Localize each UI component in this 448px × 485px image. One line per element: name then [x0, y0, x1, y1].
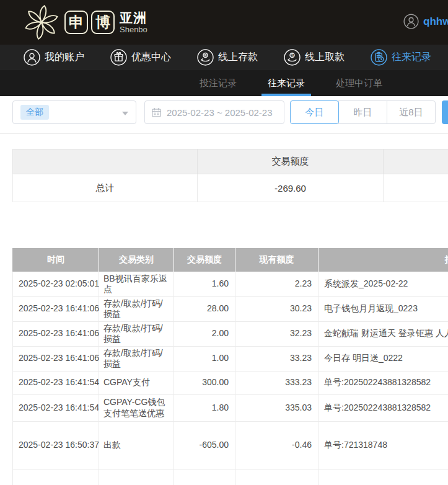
table-cell: BB视讯百家乐返点 — [99, 272, 174, 296]
table-cell: 金蛇献瑞 财运通天 登录钜惠 人人皆享 — [318, 321, 448, 346]
table-row: 2025-02-23 16:41:06存款/取款/打码/损益28.0030.23… — [13, 296, 448, 321]
today-button[interactable]: 今日 — [290, 100, 339, 124]
type-filter-chip[interactable]: 全部 — [20, 105, 49, 120]
table-cell: 2025-02-23 16:41:54 — [13, 371, 99, 394]
withdraw-hand-coin-icon: $ — [284, 49, 301, 66]
username-text[interactable]: qhhw — [423, 16, 448, 28]
tab-pending-orders[interactable]: 处理中订单 — [335, 70, 384, 96]
table-cell: 2025-02-23 16:50:37 — [13, 469, 99, 485]
table-cell: 335.03 — [235, 394, 318, 421]
record-tabs: 投注记录 往来记录 处理中订单 — [0, 70, 448, 96]
tab-transaction-records[interactable]: 往来记录 — [266, 70, 306, 96]
column-header-type: 交易类别 — [99, 248, 174, 272]
flower-logo-icon — [22, 3, 61, 42]
table-cell: 2025-02-23 02:05:01 — [13, 272, 99, 296]
records-clipboard-clock-icon — [371, 49, 387, 66]
table-cell: 出款 — [99, 421, 174, 469]
nav-label: 往来记录 — [392, 51, 431, 64]
column-header-time: 时间 — [13, 248, 99, 272]
table-cell: -0.46 — [235, 421, 318, 469]
table-cell: 300.00 — [174, 371, 235, 394]
table-cell: 30.23 — [235, 296, 318, 321]
deposit-hand-coin-icon — [197, 49, 214, 66]
user-icon — [24, 49, 40, 66]
nav-label: 线上存款 — [218, 51, 258, 64]
table-cell: 32.23 — [235, 321, 318, 346]
table-row: 2025-02-23 16:41:54CGPAY-CG钱包支付笔笔送优惠1.80… — [13, 394, 448, 421]
logo-region-text: 亚洲 — [120, 11, 147, 24]
table-cell: 333.23 — [235, 371, 318, 394]
nav-item-my-account[interactable]: 我的账户 — [24, 49, 84, 66]
type-filter-select[interactable]: 全部 — [12, 100, 136, 124]
summary-header-empty — [13, 149, 198, 174]
table-cell: 2025-02-23 16:41:54 — [13, 394, 99, 421]
table-cell: CGPAY支付 — [99, 371, 174, 394]
table-cell: 28.00 — [174, 296, 235, 321]
transactions-table-header: 时间 交易类别 交易额度 现有额度 摘要 — [13, 248, 448, 272]
summary-empty-cell — [384, 174, 448, 202]
summary-table: 交易额度 总计 -269.60 — [12, 149, 448, 202]
date-range-input[interactable]: 2025-02-23 ~ 2025-02-23 — [144, 100, 284, 124]
last-8-days-button[interactable]: 近8日 — [387, 100, 436, 124]
summary-total-row: 总计 -269.60 — [13, 174, 448, 202]
tab-label: 投注记录 — [200, 78, 237, 89]
table-row: 2025-02-23 16:41:06存款/取款/打码/损益2.0032.23金… — [13, 321, 448, 346]
table-cell: 系统派发_2025-02-22 — [318, 272, 448, 296]
table-cell: 2025-02-23 16:50:37 — [13, 421, 99, 469]
brand-logo[interactable]: 申 博 亚洲 Shenbo — [22, 3, 147, 42]
table-row: 2025-02-23 16:50:37出款-605.00-0.46单号:7213… — [13, 421, 448, 469]
top-header: 申 博 亚洲 Shenbo qhhw — [0, 0, 448, 45]
table-cell: 今日存 明日送_0222 — [318, 346, 448, 371]
table-cell: -605.00 — [174, 421, 235, 469]
transactions-table: 时间 交易类别 交易额度 现有额度 摘要 2025-02-23 02:05:01… — [12, 248, 448, 485]
table-cell: 单号:202502243881328582 — [318, 371, 448, 394]
table-cell: 单号:202502243881328582 — [318, 394, 448, 421]
summary-total-value: -269.60 — [198, 174, 384, 202]
table-cell: 电子钱包月月返现_0223 — [318, 296, 448, 321]
date-range-value: 2025-02-23 ~ 2025-02-23 — [167, 107, 273, 118]
avatar-icon — [403, 14, 419, 29]
column-header-amount: 交易额度 — [174, 248, 235, 272]
logo-char-shen: 申 — [64, 11, 88, 34]
table-cell: 0.53 — [235, 469, 318, 485]
table-cell: 2025-02-23 16:41:06 — [13, 346, 99, 371]
tab-betting-records[interactable]: 投注记录 — [198, 70, 238, 96]
table-cell: 2.23 — [235, 272, 318, 296]
tab-label: 处理中订单 — [336, 78, 382, 89]
nav-item-promotions[interactable]: 优惠中心 — [110, 49, 171, 66]
section-divider — [0, 133, 448, 134]
transactions-table-body: 2025-02-23 02:05:01BB视讯百家乐返点1.602.23系统派发… — [13, 272, 448, 485]
quick-date-buttons: 今日 昨日 近8日 — [290, 100, 436, 124]
table-row: 2025-02-23 02:05:01BB视讯百家乐返点1.602.23系统派发… — [13, 272, 448, 296]
table-cell: 存款/取款/打码/损益 — [99, 321, 174, 346]
nav-item-online-deposit[interactable]: 线上存款 — [197, 49, 258, 66]
table-cell: 存款/取款/打码/损益 — [99, 346, 174, 371]
main-navigation: 我的账户 优惠中心 线上存款 — [0, 45, 448, 70]
chevron-down-icon — [122, 112, 128, 115]
svg-text:$: $ — [291, 53, 294, 57]
table-cell: 2025-02-23 16:41:06 — [13, 321, 99, 346]
table-cell: 2.00 — [174, 321, 235, 346]
table-cell: 2025-02-23 16:41:06 — [13, 296, 99, 321]
nav-item-online-withdrawal[interactable]: $ 线上取款 — [284, 49, 345, 66]
nav-label: 优惠中心 — [131, 51, 171, 64]
nav-label: 线上取款 — [305, 51, 345, 64]
yesterday-button[interactable]: 昨日 — [338, 100, 387, 124]
summary-header-empty — [384, 149, 448, 174]
table-row: 2025-02-23 16:41:54CGPAY支付300.00333.23单号… — [13, 371, 448, 394]
summary-header-row: 交易额度 — [13, 149, 448, 174]
table-cell: CGPAY-CG钱包支付笔笔送优惠 — [99, 394, 174, 421]
table-cell: 单号:721318748 — [318, 421, 448, 469]
logo-subtitle-text: Shenbo — [120, 25, 147, 33]
nav-item-transaction-records[interactable]: 往来记录 — [371, 49, 431, 66]
logo-char-bo: 博 — [91, 11, 115, 34]
column-header-balance: 现有额度 — [235, 248, 318, 272]
user-account-area[interactable]: qhhw — [403, 14, 448, 29]
query-button[interactable] — [442, 100, 448, 124]
table-cell: 33.23 — [235, 346, 318, 371]
table-row: 2025-02-23 16:41:06存款/取款/打码/损益1.0033.23今… — [13, 346, 448, 371]
calendar-icon — [151, 107, 162, 118]
page: 申 博 亚洲 Shenbo qhhw 我的账户 — [0, 0, 448, 485]
table-row: 2025-02-23 16:50:37CGPAY出款优惠1.000.53单号:7… — [13, 469, 448, 485]
table-cell: 1.00 — [174, 346, 235, 371]
